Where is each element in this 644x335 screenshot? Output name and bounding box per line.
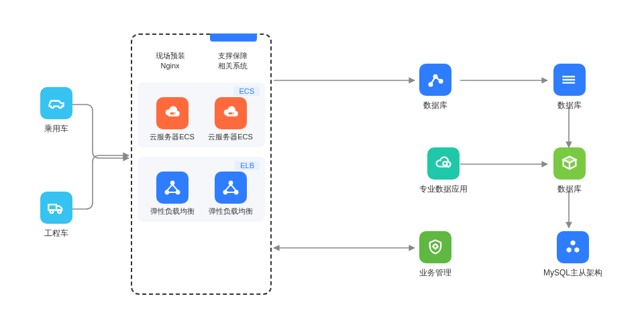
svg-point-6: [231, 113, 233, 114]
svg-point-2: [58, 210, 61, 214]
cloud-search-icon: [427, 147, 460, 180]
car-label: 乘用车: [44, 123, 68, 135]
ecs-item: 云服务器ECS: [208, 97, 253, 142]
panel-head-line: 现场预装: [156, 51, 185, 61]
ecs-badge: ECS: [233, 86, 260, 96]
svg-point-7: [170, 181, 174, 184]
db-b-node: 数据库: [553, 64, 586, 111]
network-icon: [419, 64, 451, 96]
ecs-box: ECS 云服务器ECS 云服务器ECS: [138, 82, 265, 147]
app-node: 专业数据应用: [419, 147, 468, 195]
svg-point-10: [229, 181, 232, 184]
panel-head-line: Nginx: [156, 61, 185, 71]
car-icon: [40, 87, 72, 119]
svg-rect-0: [48, 204, 56, 210]
ecs-item-label: 云服务器ECS: [150, 132, 195, 142]
elb-box: ELB 弹性负载均衡 弹性负载均衡: [138, 157, 265, 222]
truck-label: 工程车: [44, 228, 68, 239]
stack-icon: [553, 64, 586, 96]
shield-gear-icon: [419, 231, 451, 263]
mgmt-label: 业务管理: [419, 267, 451, 279]
elb-badge: ELB: [235, 161, 260, 170]
db-a-node: 数据库: [419, 64, 451, 111]
load-balancer-icon: [156, 172, 189, 204]
mysql-label: MySQL主从架构: [543, 267, 602, 279]
hex-cluster-icon: [557, 231, 589, 263]
panel-head: 现场预装 Nginx 支撑保障 相关系统: [138, 40, 265, 77]
ecs-item: 云服务器ECS: [150, 97, 195, 142]
db-c-label: 数据库: [557, 184, 582, 195]
central-panel: 现场预装 Nginx 支撑保障 相关系统 ECS 云服务器ECS 云服务器ECS…: [131, 34, 272, 295]
connectors: [0, 0, 644, 335]
panel-head-line: 相关系统: [218, 61, 248, 71]
svg-point-4: [173, 113, 174, 114]
panel-head-col: 现场预装 Nginx: [156, 51, 185, 72]
elb-item-label: 弹性负载均衡: [209, 206, 253, 216]
truck-icon: [40, 192, 72, 224]
svg-point-1: [50, 210, 54, 214]
panel-head-line: 支撑保障: [218, 51, 248, 61]
elb-item: 弹性负载均衡: [150, 172, 195, 216]
elb-item-label: 弹性负载均衡: [150, 206, 195, 216]
db-c-node: 数据库: [553, 147, 586, 195]
mgmt-node: 业务管理: [419, 231, 451, 279]
load-balancer-icon: [215, 172, 247, 204]
svg-point-17: [562, 79, 564, 81]
car-node: 乘用车: [40, 87, 72, 135]
ecs-item-label: 云服务器ECS: [208, 132, 253, 142]
panel-tab: [210, 34, 257, 42]
cloud-server-icon: [156, 97, 189, 129]
db-a-label: 数据库: [423, 100, 447, 111]
truck-node: 工程车: [40, 192, 72, 239]
svg-point-19: [443, 161, 447, 165]
db-b-label: 数据库: [557, 100, 582, 111]
svg-point-16: [562, 76, 564, 78]
cloud-server-icon: [215, 97, 247, 129]
cube-icon: [553, 147, 586, 180]
svg-point-18: [562, 82, 564, 84]
mysql-node: MySQL主从架构: [543, 231, 602, 279]
app-label: 专业数据应用: [419, 184, 468, 195]
panel-head-col: 支撑保障 相关系统: [218, 51, 248, 72]
svg-point-20: [433, 245, 437, 249]
elb-item: 弹性负载均衡: [209, 172, 253, 216]
